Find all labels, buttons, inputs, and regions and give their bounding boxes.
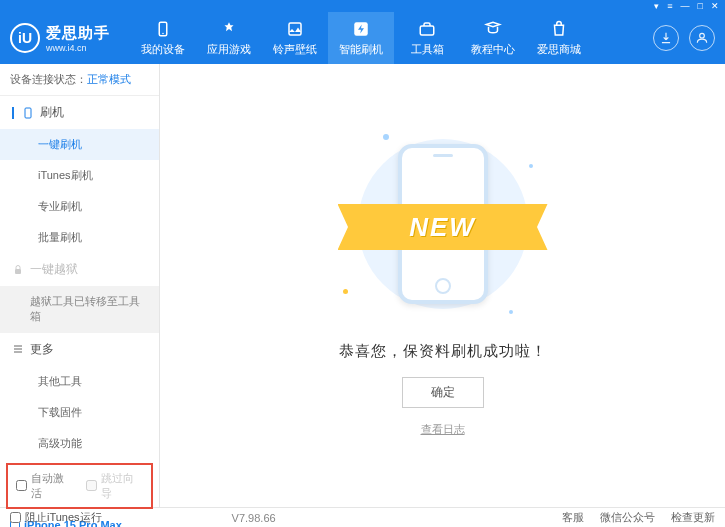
sidebar-item-onekey-flash[interactable]: 一键刷机 [0,129,159,160]
nav-toolbox[interactable]: 工具箱 [394,12,460,64]
footer-link-support[interactable]: 客服 [562,510,584,525]
nav-label: 工具箱 [411,42,444,57]
device-icon [153,19,173,39]
top-nav: 我的设备 应用游戏 铃声壁纸 智能刷机 工具箱 教程中心 爱思商城 [130,12,653,64]
nav-apps-games[interactable]: 应用游戏 [196,12,262,64]
footer-link-wechat[interactable]: 微信公众号 [600,510,655,525]
sidebar-item-advanced[interactable]: 高级功能 [0,428,159,459]
block-itunes-checkbox[interactable]: 阻止iTunes运行 [10,510,102,525]
phone-icon [22,106,34,120]
svg-rect-4 [420,26,434,35]
nav-label: 我的设备 [141,42,185,57]
new-ribbon: NEW [338,204,548,250]
tutorials-icon [483,19,503,39]
sidebar-section-flash[interactable]: 刷机 [0,96,159,129]
skip-guide-checkbox[interactable]: 跳过向导 [86,471,144,501]
options-highlight-box: 自动激活 跳过向导 [6,463,153,509]
apps-icon [219,19,239,39]
minimize-button[interactable]: — [681,1,690,11]
svg-rect-7 [15,269,21,274]
nav-store[interactable]: 爱思商城 [526,12,592,64]
titlebar-menu-icon[interactable]: ≡ [667,1,672,11]
svg-rect-2 [289,23,301,35]
titlebar: ▾ ≡ — □ ✕ [0,0,725,12]
version-label: V7.98.66 [232,512,276,524]
wallpaper-icon [285,19,305,39]
logo-icon: iU [10,23,40,53]
svg-point-5 [700,33,705,38]
nav-smart-flash[interactable]: 智能刷机 [328,12,394,64]
sidebar-section-more[interactable]: 更多 [0,333,159,366]
store-icon [549,19,569,39]
titlebar-dropdown-icon[interactable]: ▾ [654,1,659,11]
download-button[interactable] [653,25,679,51]
footer-link-update[interactable]: 检查更新 [671,510,715,525]
toolbox-icon [417,19,437,39]
close-button[interactable]: ✕ [711,1,719,11]
svg-rect-6 [25,108,31,118]
connection-status: 设备连接状态：正常模式 [0,64,159,96]
auto-activate-checkbox[interactable]: 自动激活 [16,471,74,501]
nav-ringtone-wallpaper[interactable]: 铃声壁纸 [262,12,328,64]
app-url: www.i4.cn [46,43,110,53]
sidebar-item-pro-flash[interactable]: 专业刷机 [0,191,159,222]
nav-label: 教程中心 [471,42,515,57]
nav-tutorials[interactable]: 教程中心 [460,12,526,64]
flash-icon [351,19,371,39]
success-message: 恭喜您，保资料刷机成功啦！ [339,342,547,361]
nav-my-device[interactable]: 我的设备 [130,12,196,64]
nav-label: 智能刷机 [339,42,383,57]
user-button[interactable] [689,25,715,51]
main-content: NEW 恭喜您，保资料刷机成功啦！ 确定 查看日志 [160,64,725,507]
sidebar-item-download-firmware[interactable]: 下载固件 [0,397,159,428]
maximize-button[interactable]: □ [698,1,703,11]
header: iU 爱思助手 www.i4.cn 我的设备 应用游戏 铃声壁纸 智能刷机 工具… [0,12,725,64]
section-title: 更多 [30,341,54,358]
nav-label: 应用游戏 [207,42,251,57]
menu-icon [12,343,24,355]
nav-label: 爱思商城 [537,42,581,57]
header-right [653,25,715,51]
section-title: 刷机 [40,104,64,121]
section-title: 一键越狱 [30,261,78,278]
ok-button[interactable]: 确定 [402,377,484,408]
sidebar: 设备连接状态：正常模式 刷机 一键刷机 iTunes刷机 专业刷机 批量刷机 一… [0,64,160,507]
sidebar-item-batch-flash[interactable]: 批量刷机 [0,222,159,253]
sidebar-item-other-tools[interactable]: 其他工具 [0,366,159,397]
svg-point-1 [162,33,164,35]
app-title: 爱思助手 [46,24,110,43]
sidebar-item-itunes-flash[interactable]: iTunes刷机 [0,160,159,191]
nav-label: 铃声壁纸 [273,42,317,57]
lock-icon [12,264,24,276]
success-illustration: NEW [343,134,543,324]
logo[interactable]: iU 爱思助手 www.i4.cn [10,23,110,53]
view-log-link[interactable]: 查看日志 [421,422,465,437]
sidebar-section-jailbreak: 一键越狱 [0,253,159,286]
sidebar-jailbreak-note: 越狱工具已转移至工具箱 [0,286,159,333]
